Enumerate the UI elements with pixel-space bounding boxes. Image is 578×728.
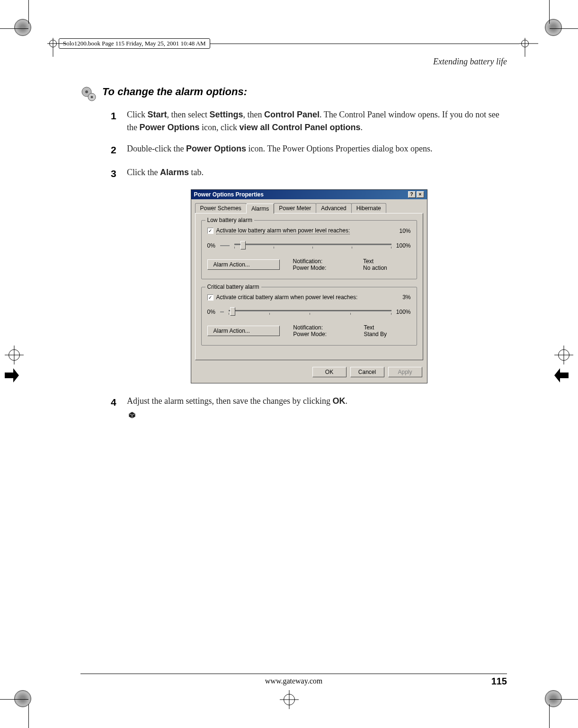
group-title: Low battery alarm (205, 217, 254, 223)
tab-alarms[interactable]: Alarms (246, 204, 274, 213)
crosshair-icon (5, 346, 24, 364)
crosshair-icon (554, 346, 573, 364)
step-2: 2 Double-click the Power Options icon. T… (111, 142, 507, 158)
svg-point-3 (91, 96, 93, 98)
step-number: 2 (111, 142, 119, 158)
power-options-dialog: Power Options Properties ? × Power Schem… (191, 189, 427, 383)
slider-max-label: 100% (396, 309, 411, 315)
critical-battery-checkbox-label: Activate critical battery alarm when pow… (216, 294, 358, 301)
step-number: 4 (111, 395, 119, 424)
print-header: Solo1200.book Page 115 Friday, May 25, 2… (47, 38, 531, 49)
tab-power-schemes[interactable]: Power Schemes (195, 203, 247, 213)
low-battery-checkbox-label: Activate low battery alarm when power le… (216, 227, 350, 234)
power-mode-label: Power Mode: (293, 265, 350, 271)
tab-advanced[interactable]: Advanced (316, 203, 351, 213)
svg-point-1 (85, 90, 88, 93)
low-battery-group: Low battery alarm ✓ Activate low battery… (201, 220, 417, 279)
registration-mark-icon (545, 690, 562, 707)
low-battery-slider[interactable] (234, 240, 391, 251)
step-number: 1 (111, 108, 119, 134)
cancel-button[interactable]: Cancel (350, 367, 384, 377)
critical-battery-checkbox[interactable]: ✓ (207, 294, 213, 301)
step-number: 3 (111, 166, 119, 181)
footer-url: www.gateway.com (80, 677, 507, 685)
arrow-left-icon (554, 368, 569, 382)
slider-max-label: 100% (396, 242, 411, 249)
section-title: Extending battery life (80, 57, 507, 67)
slider-min-label: 0% (207, 242, 215, 249)
close-button[interactable]: × (417, 191, 424, 198)
low-battery-checkbox[interactable]: ✓ (207, 228, 213, 234)
power-mode-value: Stand By (364, 331, 410, 337)
registration-mark-icon (545, 19, 562, 36)
notification-value: Text (364, 324, 410, 331)
critical-alarm-action-button[interactable]: Alarm Action... (207, 326, 280, 336)
low-battery-value: 10% (399, 228, 410, 234)
header-stamp: Solo1200.book Page 115 Friday, May 25, 2… (59, 38, 210, 49)
critical-battery-value: 3% (402, 294, 410, 301)
tab-power-meter[interactable]: Power Meter (274, 203, 316, 213)
step-1: 1 Click Start, then select Settings, the… (111, 108, 507, 134)
ok-button[interactable]: OK (312, 367, 347, 377)
page-number: 115 (491, 676, 507, 687)
critical-battery-group: Critical battery alarm ✓ Activate critic… (201, 287, 417, 346)
notification-label: Notification: (293, 324, 350, 331)
procedure-title: To change the alarm options: (102, 86, 247, 98)
dialog-titlebar: Power Options Properties ? × (191, 190, 427, 199)
power-mode-value: No action (363, 265, 410, 271)
arrow-right-icon (5, 368, 19, 382)
power-mode-label: Power Mode: (293, 331, 350, 337)
help-button[interactable]: ? (408, 191, 416, 198)
step-3: 3 Click the Alarms tab. (111, 166, 507, 181)
tab-hibernate[interactable]: Hibernate (351, 203, 386, 213)
critical-battery-slider[interactable] (229, 306, 391, 318)
notification-value: Text (363, 258, 410, 265)
group-title: Critical battery alarm (205, 284, 261, 290)
tab-strip: Power Schemes Alarms Power Meter Advance… (191, 199, 427, 213)
low-alarm-action-button[interactable]: Alarm Action... (207, 259, 280, 270)
gear-icon (80, 86, 98, 103)
step-4: 4 Adjust the alarm settings, then save t… (111, 395, 507, 424)
cube-end-icon (127, 410, 137, 420)
slider-min-label: 0% (207, 309, 215, 315)
page-footer: www.gateway.com 115 (80, 674, 507, 685)
dialog-title: Power Options Properties (194, 191, 264, 198)
apply-button[interactable]: Apply (388, 367, 422, 377)
crosshair-icon (280, 690, 299, 709)
notification-label: Notification: (293, 258, 350, 265)
